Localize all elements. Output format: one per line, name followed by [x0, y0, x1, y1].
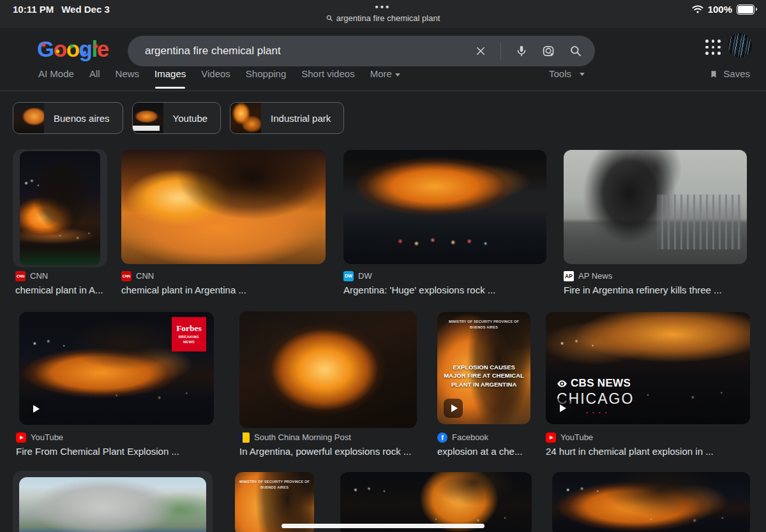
- profile-avatar[interactable]: [728, 33, 752, 57]
- tools-button[interactable]: Tools: [549, 70, 585, 84]
- image-result-4[interactable]: [564, 150, 747, 264]
- tab-images[interactable]: Images: [154, 70, 186, 84]
- google-logo[interactable]: Google: [37, 37, 109, 61]
- image-result-9[interactable]: [19, 477, 206, 532]
- forbes-logo: Forbes: [176, 323, 202, 334]
- image-result-2[interactable]: [121, 150, 326, 264]
- result-caption-4[interactable]: APAP News Fire in Argentina refinery kil…: [564, 270, 755, 295]
- chip-industrial-park[interactable]: Industrial park: [230, 102, 344, 134]
- youtube-favicon: [546, 432, 556, 443]
- video-result-8[interactable]: CBS NEWS CHICAGO ••••: [546, 312, 750, 424]
- result-caption-8[interactable]: YouTube 24 hurt in chemical plant explos…: [546, 432, 753, 457]
- cbs-eye-icon: [557, 378, 567, 389]
- tab-more[interactable]: More: [370, 70, 400, 84]
- play-button[interactable]: [444, 399, 463, 418]
- doodle-light: [94, 45, 98, 48]
- logo-letter: o: [54, 36, 66, 61]
- image-result-card-1[interactable]: [13, 149, 107, 267]
- chip-label: Industrial park: [261, 113, 343, 124]
- tab-short-videos[interactable]: Short videos: [301, 70, 354, 84]
- overlay-top-text: MINISTRY OF SECURITY PROVINCE OF BUENOS …: [239, 479, 310, 491]
- wifi-icon: [692, 5, 703, 13]
- results-nav-bar: AI Mode All News Images Videos Shopping …: [0, 70, 766, 91]
- tab-ai-mode[interactable]: AI Mode: [38, 70, 74, 84]
- search-bar[interactable]: argentina fire chemical plant: [128, 36, 595, 66]
- ap-news-favicon: AP: [564, 271, 574, 281]
- status-indicators: 100%: [692, 4, 757, 15]
- image-result-10[interactable]: MINISTRY OF SECURITY PROVINCE OF BUENOS …: [235, 472, 314, 532]
- result-title[interactable]: Fire in Argentina refinery kills three .…: [564, 284, 755, 295]
- video-result-5[interactable]: Forbes BREAKING NEWS: [19, 312, 214, 425]
- home-indicator[interactable]: [282, 524, 484, 528]
- tab-news[interactable]: News: [116, 70, 140, 84]
- tab-shopping[interactable]: Shopping: [246, 70, 286, 84]
- result-caption-3[interactable]: DWDW Argentina: 'Huge' explosions rock .…: [343, 270, 557, 295]
- source-name: South China Morning Post: [254, 432, 351, 442]
- chevron-down-icon: [580, 73, 585, 76]
- result-title[interactable]: In Argentina, powerful explosions rock .…: [239, 446, 431, 457]
- source-name: Facebook: [452, 432, 488, 442]
- image-result-card-9[interactable]: [13, 471, 213, 532]
- chip-label: Youtube: [163, 113, 221, 124]
- forbes-sub-label: BREAKING NEWS: [178, 335, 200, 344]
- logo-letter: l: [91, 36, 96, 61]
- chevron-down-icon: [395, 73, 400, 77]
- logo-letter: G: [37, 36, 54, 61]
- result-caption-7[interactable]: fFacebook explosion at a che...: [437, 432, 532, 457]
- source-name: CNN: [136, 271, 154, 281]
- dw-favicon: DW: [343, 271, 354, 281]
- result-title[interactable]: Argentina: 'Huge' explosions rock ...: [343, 284, 557, 295]
- doodle-light: [83, 51, 86, 54]
- result-caption-2[interactable]: CNNCNN chemical plant in Argentina ...: [121, 270, 332, 295]
- tab-overflow-dots-button[interactable]: •••: [375, 1, 391, 12]
- overlay-top-text: MINISTRY OF SECURITY PROVINCE OF BUENOS …: [441, 319, 527, 331]
- mic-icon[interactable]: [515, 45, 528, 57]
- chip-thumbnail: [13, 103, 44, 133]
- doodle-light: [42, 43, 45, 47]
- google-apps-grid-icon[interactable]: [705, 40, 721, 55]
- doodle-light: [56, 50, 59, 53]
- logo-letter: o: [66, 36, 79, 61]
- result-title[interactable]: Fire From Chemical Plant Explosion ...: [16, 446, 227, 457]
- source-name: CNN: [30, 271, 48, 281]
- facebook-favicon: f: [437, 432, 447, 443]
- search-submit-icon[interactable]: [569, 45, 582, 57]
- result-title[interactable]: explosion at a che...: [437, 446, 532, 457]
- image-result-1[interactable]: [20, 151, 100, 265]
- source-name: AP News: [578, 271, 612, 281]
- cnn-favicon: CNN: [15, 271, 26, 281]
- video-result-7[interactable]: MINISTRY OF SECURITY PROVINCE OF BUENOS …: [437, 312, 530, 424]
- image-result-6[interactable]: [239, 311, 417, 428]
- image-result-3[interactable]: [343, 150, 546, 264]
- related-filter-chips: Buenos aires Youtube Industrial park: [13, 102, 344, 134]
- result-title[interactable]: chemical plant in Argentina ...: [121, 284, 332, 295]
- lens-icon[interactable]: [542, 45, 555, 58]
- result-caption-1[interactable]: CNNCNN chemical plant in A...: [15, 270, 111, 295]
- saves-button[interactable]: Saves: [709, 70, 750, 84]
- chip-youtube[interactable]: Youtube: [132, 102, 222, 134]
- chip-thumbnail: [230, 103, 261, 133]
- tools-label: Tools: [549, 70, 571, 84]
- clock-date: 10:11 PM Wed Dec 3: [13, 4, 110, 15]
- cnn-favicon: CNN: [121, 271, 131, 281]
- browser-tab-title[interactable]: argentina fire chemical plant: [326, 13, 440, 23]
- result-caption-6[interactable]: South China Morning Post In Argentina, p…: [239, 432, 431, 457]
- tab-all[interactable]: All: [89, 70, 100, 84]
- overlay-headline-text: EXPLOSION CAUSES MAJOR FIRE AT CHEMICAL …: [442, 363, 526, 388]
- result-caption-5[interactable]: YouTube Fire From Chemical Plant Explosi…: [16, 432, 227, 457]
- play-button[interactable]: [552, 399, 571, 418]
- logo-letter: g: [79, 36, 92, 61]
- tab-videos[interactable]: Videos: [201, 70, 230, 84]
- image-result-11[interactable]: [340, 472, 532, 532]
- play-button[interactable]: [26, 399, 45, 418]
- cbs-news-label: CBS NEWS: [571, 377, 631, 390]
- result-title[interactable]: chemical plant in A...: [15, 284, 111, 295]
- status-bar: 10:11 PM Wed Dec 3 ••• argentina fire ch…: [0, 0, 766, 28]
- result-title[interactable]: 24 hurt in chemical plant explosion in .…: [546, 446, 753, 457]
- search-input[interactable]: argentina fire chemical plant: [145, 45, 475, 57]
- image-result-12[interactable]: [552, 472, 750, 532]
- doodle-light: [70, 45, 73, 48]
- tab-more-label: More: [370, 70, 392, 79]
- chip-buenos-aires[interactable]: Buenos aires: [13, 102, 123, 134]
- clear-icon[interactable]: [475, 45, 486, 57]
